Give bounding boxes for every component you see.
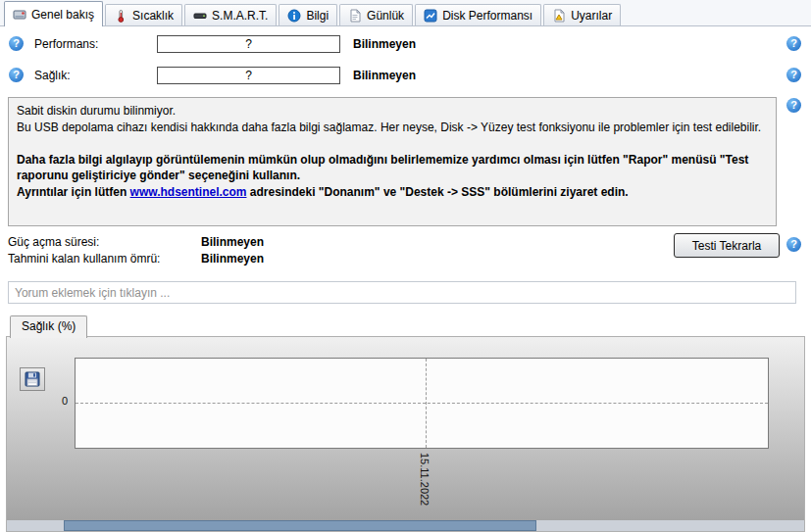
alerts-page-icon <box>552 9 566 23</box>
overview-icon <box>13 8 26 22</box>
x-axis-tick-date: 15.11.2022 <box>419 453 431 506</box>
tab-information[interactable]: Bilgi <box>279 4 337 25</box>
help-icon-performance[interactable]: ? <box>9 36 24 51</box>
tab-disk-performance-label: Disk Performansı <box>442 9 532 23</box>
date-gridline <box>426 359 427 448</box>
health-chart-plot <box>75 358 769 449</box>
help-icon-health-right[interactable]: ? <box>786 68 801 82</box>
tab-disk-performance[interactable]: Disk Performansı <box>415 4 541 25</box>
hdsentinel-link[interactable]: www.hdsentinel.com <box>130 185 247 199</box>
thermometer-icon <box>114 9 127 23</box>
chart-scrollbar-thumb[interactable] <box>64 520 536 531</box>
info-icon <box>287 9 301 23</box>
tab-temperature-label: Sıcaklık <box>132 9 174 23</box>
save-chart-button[interactable] <box>20 367 45 391</box>
power-on-time-label: Güç açma süresi: <box>8 235 99 249</box>
tab-alerts[interactable]: Uyarılar <box>543 4 621 25</box>
remaining-lifetime-value: Bilinmeyen <box>201 252 264 266</box>
info-line-2: Bu USB depolama cihazı kendisi hakkında … <box>17 120 768 136</box>
y-axis-tick-zero: 0 <box>62 395 68 407</box>
tab-overview-label: Genel bakış <box>31 8 94 22</box>
remaining-lifetime-label: Tahmini kalan kullanım ömrü: <box>8 252 160 266</box>
performance-chart-icon <box>424 9 437 23</box>
help-icon-health[interactable]: ? <box>9 68 24 82</box>
help-icon-info-box[interactable]: ? <box>786 98 801 113</box>
save-icon <box>25 371 40 387</box>
hd-sentinel-overview-page: Genel bakış Sıcaklık S.M.A.R.T. Bilgi Gü… <box>0 0 811 532</box>
tab-overview[interactable]: Genel bakış <box>4 1 103 26</box>
tab-log[interactable]: Günlük <box>339 4 413 25</box>
smart-drive-icon <box>193 9 207 23</box>
performance-label: Performans: <box>34 37 98 51</box>
info-line-4: Ayrıntılar için lütfen www.hdsentinel.co… <box>17 184 768 201</box>
tab-health-percent[interactable]: Sağlık (%) <box>10 315 87 338</box>
health-value-field[interactable]: ? <box>157 67 340 84</box>
zero-gridline <box>76 403 768 404</box>
disk-status-info-box: Sabit diskin durumu bilinmiyor. Bu USB d… <box>8 97 777 226</box>
health-label: Sağlık: <box>34 69 71 82</box>
chart-scrollbar[interactable] <box>7 520 804 531</box>
comment-input[interactable] <box>8 281 796 304</box>
health-status: Bilinmeyen <box>353 69 416 82</box>
tab-log-label: Günlük <box>367 9 404 23</box>
help-icon-performance-right[interactable]: ? <box>786 36 801 51</box>
tab-temperature[interactable]: Sıcaklık <box>105 4 182 25</box>
retest-button[interactable]: Testi Tekrarla <box>674 233 780 258</box>
info-line-4-pre: Ayrıntılar için lütfen <box>17 185 130 199</box>
performance-status: Bilinmeyen <box>353 37 416 51</box>
tab-information-label: Bilgi <box>306 9 329 23</box>
performance-value-field[interactable]: ? <box>157 35 340 53</box>
log-page-icon <box>348 9 362 23</box>
tab-bar: Genel bakış Sıcaklık S.M.A.R.T. Bilgi Gü… <box>0 0 811 26</box>
info-line-4-post: adresindeki "Donanım" ve "Destek -> SSS"… <box>246 185 628 199</box>
info-line-1: Sabit diskin durumu bilinmiyor. <box>17 103 768 120</box>
help-icon-retest[interactable]: ? <box>786 237 801 252</box>
health-chart: 0 15.11.2022 <box>6 336 805 532</box>
tab-smart[interactable]: S.M.A.R.T. <box>184 4 277 25</box>
info-line-3: Daha fazla bilgi algılayıp görüntülemeni… <box>17 152 768 184</box>
power-on-time-value: Bilinmeyen <box>201 235 264 249</box>
tab-smart-label: S.M.A.R.T. <box>212 9 268 23</box>
tab-alerts-label: Uyarılar <box>571 9 612 23</box>
